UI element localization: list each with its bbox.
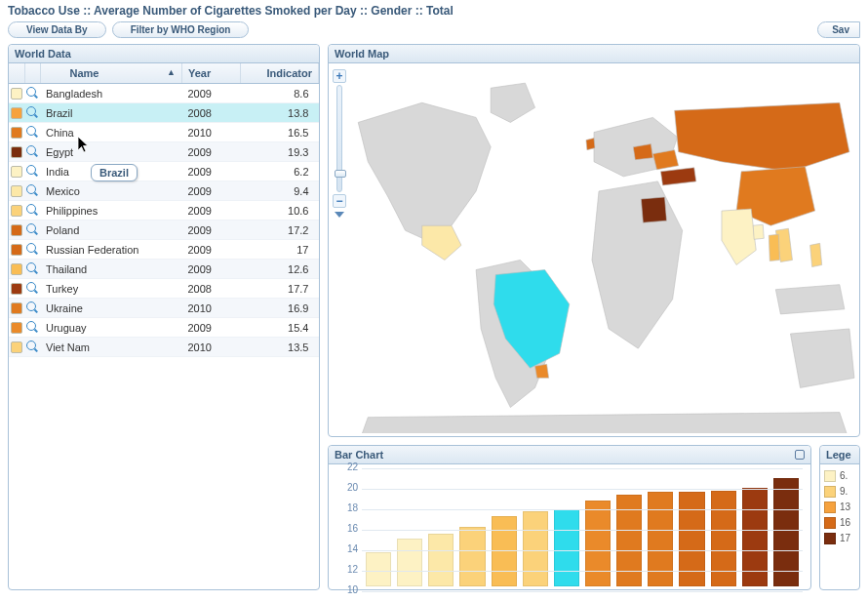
row-swatch-icon (11, 185, 22, 197)
view-data-by-button[interactable]: View Data By (8, 21, 106, 38)
table-row[interactable]: Poland200917.2 (9, 221, 319, 240)
row-indicator: 17 (241, 240, 319, 260)
magnify-icon[interactable] (26, 243, 38, 255)
row-name: Mexico (40, 181, 182, 201)
chart-plot-area[interactable] (362, 468, 803, 586)
chart-bar[interactable] (742, 488, 768, 586)
chart-bar[interactable] (523, 511, 548, 586)
table-row[interactable]: Thailand200912.6 (9, 260, 319, 279)
magnify-icon[interactable] (26, 301, 38, 313)
table-row[interactable]: Ukraine201016.9 (9, 299, 319, 318)
chart-bar[interactable] (648, 492, 673, 586)
bar-chart-title: Bar Chart (335, 449, 383, 461)
row-indicator: 8.6 (241, 84, 319, 103)
magnify-icon[interactable] (26, 165, 38, 177)
y-tick-label: 10 (347, 583, 358, 594)
legend-item: 16 (824, 517, 855, 529)
table-row[interactable]: Brazil200813.8 (9, 103, 319, 123)
magnify-icon[interactable] (26, 87, 38, 99)
table-row[interactable]: Mexico20099.4 (9, 181, 319, 201)
table-row[interactable]: India20096.2 (9, 162, 319, 181)
magnify-icon[interactable] (26, 341, 38, 352)
magnify-icon[interactable] (26, 262, 38, 274)
legend-label: 6. (840, 470, 848, 481)
col-zoom[interactable] (24, 63, 40, 84)
zoom-reset-icon[interactable] (335, 212, 344, 218)
legend-title: Lege (826, 449, 851, 461)
map-zoom-control: + − (333, 69, 346, 218)
toolbar: View Data By Filter by WHO Region Sav (0, 20, 868, 44)
filter-region-button[interactable]: Filter by WHO Region (112, 21, 250, 38)
magnify-icon[interactable] (26, 106, 38, 118)
magnify-icon[interactable] (26, 204, 38, 216)
table-row[interactable]: Viet Nam201013.5 (9, 338, 319, 357)
row-indicator: 16.9 (241, 299, 319, 318)
magnify-icon[interactable] (26, 184, 38, 196)
magnify-icon[interactable] (26, 321, 38, 333)
col-indicator[interactable]: Indicator (241, 63, 319, 84)
zoom-thumb[interactable] (335, 170, 346, 178)
table-row[interactable]: Turkey200817.7 (9, 279, 319, 299)
row-name: China (40, 123, 182, 142)
row-swatch-icon (11, 263, 22, 275)
save-button[interactable]: Sav (817, 21, 860, 38)
legend-item: 6. (824, 470, 855, 482)
row-year: 2009 (182, 84, 241, 103)
legend-swatch-icon (824, 502, 836, 513)
table-row[interactable]: Bangladesh20098.6 (9, 84, 319, 103)
legend-swatch-icon (824, 470, 836, 482)
chart-bar[interactable] (428, 534, 454, 586)
zoom-slider[interactable] (336, 85, 342, 192)
row-swatch-icon (11, 166, 22, 178)
chart-bar[interactable] (492, 516, 517, 586)
table-row[interactable]: Egypt200919.3 (9, 142, 319, 162)
y-tick-label: 12 (347, 563, 358, 574)
col-name[interactable]: Name ▲ (40, 63, 182, 84)
row-name: Bangladesh (40, 84, 182, 103)
magnify-icon[interactable] (26, 282, 38, 294)
col-year[interactable]: Year (182, 63, 241, 84)
world-map[interactable] (329, 63, 859, 433)
grid-line (362, 550, 803, 551)
legend-swatch-icon (824, 517, 836, 529)
bar-chart-panel: Bar Chart 10121416182022 (328, 445, 811, 590)
row-name: Poland (40, 221, 182, 240)
magnify-icon[interactable] (26, 145, 38, 157)
row-name: Russian Federation (40, 240, 182, 260)
chart-bar[interactable] (711, 491, 736, 587)
world-map-title: World Map (335, 48, 389, 60)
row-name: Philippines (40, 201, 182, 221)
row-name: Thailand (40, 260, 182, 279)
legend-swatch-icon (824, 486, 836, 498)
zoom-out-button[interactable]: − (333, 194, 346, 208)
table-row[interactable]: Philippines200910.6 (9, 201, 319, 221)
col-swatch[interactable] (9, 63, 24, 84)
row-name: Ukraine (40, 299, 182, 318)
row-year: 2009 (182, 221, 241, 240)
zoom-in-button[interactable]: + (333, 69, 346, 83)
table-row[interactable]: Uruguay200915.4 (9, 318, 319, 338)
magnify-icon[interactable] (26, 223, 38, 235)
row-indicator: 6.2 (241, 162, 319, 181)
table-row[interactable]: China201016.5 (9, 123, 319, 142)
magnify-icon[interactable] (26, 126, 38, 138)
chart-bar[interactable] (397, 539, 422, 586)
row-indicator: 13.8 (241, 103, 319, 123)
panel-maximize-icon[interactable] (795, 450, 805, 460)
chart-bar[interactable] (679, 492, 704, 586)
row-indicator: 19.3 (241, 142, 319, 162)
legend-item: 13 (824, 502, 855, 513)
chart-bar[interactable] (554, 509, 579, 586)
chart-bar[interactable] (585, 501, 611, 586)
chart-bar[interactable] (616, 495, 642, 587)
row-swatch-icon (11, 146, 22, 158)
row-swatch-icon (11, 283, 22, 295)
row-indicator: 12.6 (241, 260, 319, 279)
world-map-panel: World Map + − (328, 44, 860, 437)
legend-label: 13 (840, 502, 850, 512)
chart-bar[interactable] (459, 527, 485, 586)
row-year: 2009 (182, 181, 241, 201)
chart-bar[interactable] (366, 552, 391, 587)
row-indicator: 17.2 (241, 221, 319, 240)
table-row[interactable]: Russian Federation200917 (9, 240, 319, 260)
